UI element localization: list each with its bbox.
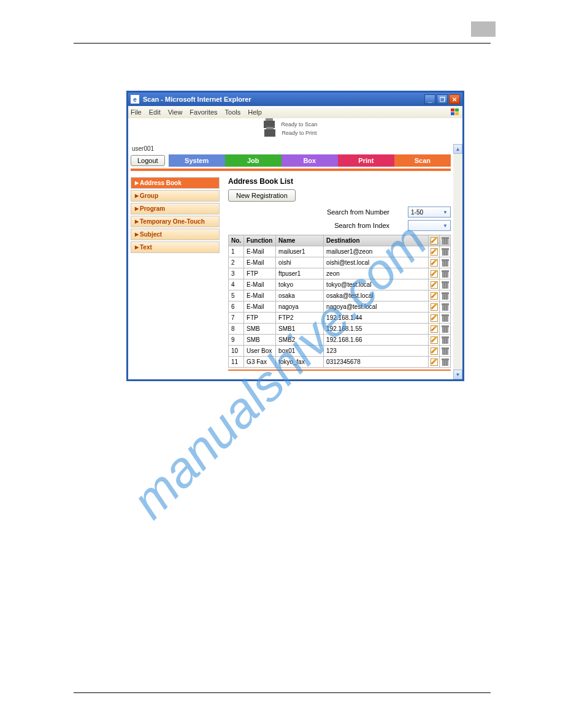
trash-icon[interactable] [441, 237, 450, 245]
cell-no: 9 [229, 335, 244, 346]
sidebar-label: Address Book [140, 180, 182, 186]
sidebar-label: Text [140, 244, 152, 251]
cell-edit [429, 346, 440, 357]
sidebar-item-subject[interactable]: ▶Subject [131, 229, 220, 240]
scrollbar[interactable]: ▲ ▼ [453, 144, 462, 379]
cell-no: 6 [229, 301, 244, 313]
trash-icon[interactable] [441, 303, 450, 311]
edit-icon[interactable] [430, 325, 439, 333]
edit-icon[interactable] [430, 270, 439, 278]
arrow-icon: ▶ [135, 245, 139, 250]
scroll-up-icon[interactable]: ▲ [453, 144, 462, 154]
close-button[interactable]: ✕ [449, 94, 460, 104]
cell-destination: 192.168.1.44 [324, 313, 429, 324]
cell-function: G3 Fax [244, 357, 276, 368]
cell-delete [440, 301, 451, 313]
user-label: user001 [132, 145, 450, 152]
tab-print[interactable]: Print [338, 154, 394, 167]
ie-icon: e [131, 95, 139, 104]
edit-icon[interactable] [430, 281, 439, 289]
edit-icon[interactable] [430, 336, 439, 344]
menu-tools[interactable]: Tools [225, 108, 241, 116]
cell-no: 5 [229, 290, 244, 301]
sidebar-item-temporary[interactable]: ▶Temporary One-Touch [131, 216, 220, 227]
menu-edit[interactable]: Edit [149, 108, 161, 116]
menu-help[interactable]: Help [248, 108, 262, 116]
cell-no: 10 [229, 346, 244, 357]
menu-file[interactable]: File [131, 108, 142, 116]
search-index-label: Search from Index [334, 222, 389, 229]
trash-icon[interactable] [441, 314, 450, 322]
edit-icon[interactable] [430, 248, 439, 256]
arrow-icon: ▶ [135, 206, 139, 211]
sidebar-item-program[interactable]: ▶Program [131, 203, 220, 214]
search-number-label: Search from Number [327, 208, 389, 216]
minimize-button[interactable]: _ [424, 94, 435, 104]
cell-edit [429, 257, 440, 268]
table-row: 5E-Mailosakaosaka@test.local [229, 290, 451, 301]
trash-icon[interactable] [441, 336, 450, 344]
header-no: No. [229, 235, 244, 246]
edit-icon[interactable] [430, 292, 439, 300]
search-index-select[interactable]: ▼ [408, 220, 451, 231]
cell-no: 3 [229, 268, 244, 279]
tab-scan[interactable]: Scan [394, 154, 451, 167]
edit-icon[interactable] [430, 347, 439, 355]
edit-icon[interactable] [430, 303, 439, 311]
edit-icon[interactable] [430, 314, 439, 322]
tab-job[interactable]: Job [225, 154, 282, 167]
trash-icon[interactable] [441, 281, 450, 289]
cell-name: box01 [276, 346, 324, 357]
trash-icon[interactable] [441, 259, 450, 267]
cell-function: SMB [244, 324, 276, 335]
table-row: 4E-Mailtokyotokyo@test.local [229, 279, 451, 290]
menu-favorites[interactable]: Favorites [190, 108, 217, 116]
cell-no: 7 [229, 313, 244, 324]
cell-edit [429, 357, 440, 368]
new-registration-button[interactable]: New Registration [228, 189, 296, 202]
trash-icon[interactable] [441, 347, 450, 355]
table-row: 3FTPftpuser1zeon [229, 268, 451, 279]
cell-delete [440, 335, 451, 346]
cell-no: 8 [229, 324, 244, 335]
cell-delete [440, 313, 451, 324]
edit-icon[interactable] [430, 259, 439, 267]
cell-destination: osaka@test.local [324, 290, 429, 301]
trash-icon[interactable] [441, 292, 450, 300]
table-row: 11G3 Faxtokyo_fax0312345678 [229, 357, 451, 368]
cell-edit [429, 246, 440, 257]
menu-view[interactable]: View [168, 108, 183, 116]
cell-destination: nagoya@test.local [324, 301, 429, 313]
cell-delete [440, 346, 451, 357]
trash-icon[interactable] [441, 358, 450, 366]
trash-icon[interactable] [441, 248, 450, 256]
cell-name: FTP2 [276, 313, 324, 324]
cell-delete [440, 268, 451, 279]
scroll-down-icon[interactable]: ▼ [453, 370, 462, 379]
sidebar-label: Subject [140, 231, 162, 238]
trash-icon[interactable] [441, 325, 450, 333]
cell-function: SMB [244, 335, 276, 346]
sidebar-label: Temporary One-Touch [140, 218, 205, 225]
cell-delete [440, 279, 451, 290]
cell-destination: tokyo@test.local [324, 279, 429, 290]
maximize-button[interactable]: ❐ [437, 94, 448, 104]
sidebar-item-text[interactable]: ▶Text [131, 241, 220, 253]
cell-destination: 192.168.1.66 [324, 335, 429, 346]
address-book-table: No. Function Name Destination 1E-Mailmai… [228, 235, 451, 368]
logout-button[interactable]: Logout [131, 155, 165, 166]
table-row: 9SMBSMB2192.168.1.66 [229, 335, 451, 346]
tab-system[interactable]: System [169, 154, 225, 167]
arrow-icon: ▶ [135, 219, 139, 224]
edit-icon[interactable] [430, 237, 439, 245]
sidebar-item-address-book[interactable]: ▶Address Book [131, 177, 220, 189]
trash-icon[interactable] [441, 270, 450, 278]
search-number-select[interactable]: 1-50▼ [408, 207, 451, 218]
svg-rect-1 [455, 108, 459, 112]
sidebar-item-group[interactable]: ▶Group [131, 190, 220, 202]
status-scan: Ready to Scan [281, 121, 317, 127]
edit-icon[interactable] [430, 358, 439, 366]
chevron-down-icon: ▼ [443, 210, 448, 215]
cell-name: osaka [276, 290, 324, 301]
tab-box[interactable]: Box [282, 154, 338, 167]
